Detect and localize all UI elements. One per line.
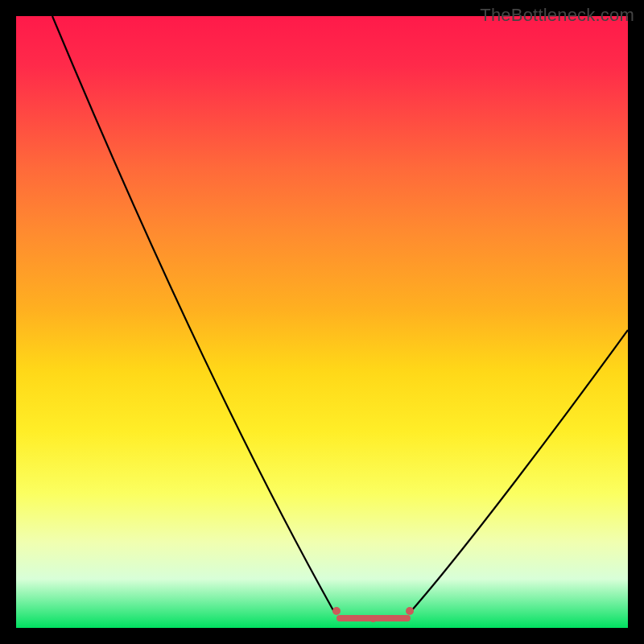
watermark-text: TheBottleneck.com xyxy=(480,5,634,26)
curve-left xyxy=(52,16,334,612)
chart-plot-area xyxy=(16,16,628,628)
bottleneck-curve xyxy=(16,16,628,628)
marker-dot-mid1 xyxy=(353,615,358,621)
marker-dot-end xyxy=(406,607,414,615)
marker-dot-mid2 xyxy=(370,617,376,622)
marker-dot-start xyxy=(332,607,341,615)
curve-right xyxy=(411,330,628,612)
marker-dot-mid3 xyxy=(388,615,394,621)
